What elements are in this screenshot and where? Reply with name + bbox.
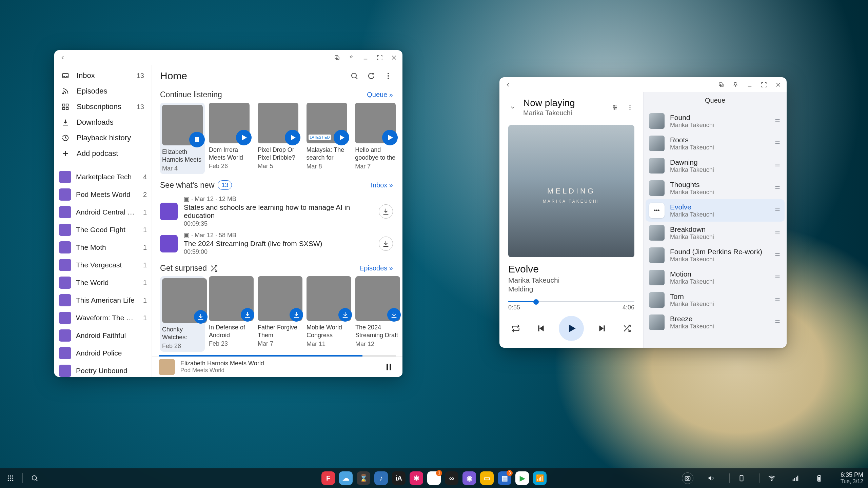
screenshot-icon[interactable]: [682, 472, 693, 484]
mini-pause-button[interactable]: [382, 360, 396, 374]
episode-card[interactable]: Elizabeth Harnois Meets World Mar 4: [160, 103, 205, 174]
pin-icon[interactable]: [731, 80, 740, 89]
shuffle-button[interactable]: [619, 321, 634, 336]
sidebar-subscription[interactable]: Marketplace Tech 4: [54, 168, 152, 186]
drag-handle-icon[interactable]: [774, 161, 781, 170]
refresh-icon[interactable]: [365, 70, 377, 82]
chevron-down-icon[interactable]: [508, 103, 517, 112]
sidebar-subscription[interactable]: This American Life 1: [54, 291, 152, 309]
clock[interactable]: 6:35 PM Tue, 3/12: [841, 471, 863, 485]
sidebar-item-history[interactable]: Playback history: [54, 130, 152, 146]
sidebar-item-subscriptions[interactable]: Subscriptions 13: [54, 99, 152, 115]
back-icon[interactable]: [58, 53, 67, 62]
dock-app[interactable]: ☁: [339, 471, 353, 485]
minimize-icon[interactable]: [745, 80, 754, 89]
play-button[interactable]: [334, 130, 349, 145]
download-button[interactable]: [379, 204, 393, 219]
system-tray[interactable]: 6:35 PM Tue, 3/12: [682, 471, 863, 485]
sidebar-subscription[interactable]: The Vergecast 1: [54, 256, 152, 274]
download-button[interactable]: [241, 308, 254, 322]
sidebar-subscription[interactable]: Poetry Unbound: [54, 362, 152, 377]
queue-item[interactable]: ••• Torn Marika Takeuchi: [646, 289, 785, 311]
prev-button[interactable]: [534, 321, 549, 336]
album-art[interactable]: MELDING: [508, 125, 634, 257]
episode-card[interactable]: Hello and goodbye to the MacBook Air Mar…: [355, 103, 400, 174]
dock-app[interactable]: ✱: [410, 471, 423, 485]
queue-item[interactable]: ••• Found Marika Takeuchi: [646, 110, 785, 132]
sidebar-subscription[interactable]: Pod Meets World 2: [54, 186, 152, 203]
dock-app[interactable]: ♪: [374, 471, 388, 485]
next-button[interactable]: [594, 321, 609, 336]
volume-icon[interactable]: [706, 472, 717, 484]
minimize-icon[interactable]: [361, 53, 370, 62]
episode-card[interactable]: In Defense of Android Feb 23: [209, 276, 254, 352]
queue-item[interactable]: ••• Evolve Marika Takeuchi: [646, 199, 785, 222]
episode-card[interactable]: LATEST ED Malaysia: The search for MH370…: [307, 103, 351, 174]
more-icon[interactable]: [626, 103, 634, 112]
download-button[interactable]: [290, 308, 303, 322]
mini-album-art[interactable]: [159, 359, 175, 375]
tablet-mode-icon[interactable]: [333, 53, 341, 62]
signal-icon[interactable]: [790, 472, 801, 484]
sidebar-subscription[interactable]: Waveform: The MKB… 1: [54, 309, 152, 327]
dock-app[interactable]: F: [321, 471, 335, 485]
queue-item[interactable]: ••• Motion Marika Takeuchi: [646, 266, 785, 289]
pause-button[interactable]: [189, 132, 205, 147]
dock-app[interactable]: ▶: [515, 471, 529, 485]
episodes-link[interactable]: Episodes »: [359, 264, 393, 272]
dock-app[interactable]: ▭: [480, 471, 494, 485]
maximize-icon[interactable]: [760, 80, 768, 89]
queue-item[interactable]: ••• Thoughts Marika Takeuchi: [646, 177, 785, 199]
sidebar-subscription[interactable]: The World 1: [54, 274, 152, 291]
drag-handle-icon[interactable]: [774, 139, 781, 148]
play-button[interactable]: [285, 130, 300, 145]
episode-card[interactable]: The 2024 Streaming Draft (l… Mar 12: [355, 276, 400, 352]
episode-card[interactable]: Dom Irrera Meets World Feb 26: [209, 103, 254, 174]
more-icon[interactable]: [382, 70, 394, 82]
new-episode-item[interactable]: ▣ · Mar 12 · 12 MB States and schools ar…: [160, 193, 400, 229]
equalizer-icon[interactable]: [611, 103, 619, 112]
queue-item[interactable]: ••• Breeze Marika Takeuchi: [646, 311, 785, 333]
mini-progress[interactable]: [159, 355, 396, 357]
new-episode-item[interactable]: ▣ · Mar 12 · 58 MB The 2024 Streaming Dr…: [160, 229, 400, 258]
queue-item[interactable]: ••• Roots Marika Takeuchi: [646, 132, 785, 155]
dock-app[interactable]: ◉: [462, 471, 476, 485]
close-icon[interactable]: [390, 53, 398, 62]
track-more-button[interactable]: •••: [649, 203, 665, 218]
queue-item[interactable]: ••• Dawning Marika Takeuchi: [646, 155, 785, 177]
search-icon[interactable]: [348, 70, 360, 82]
repeat-button[interactable]: [508, 321, 523, 336]
close-icon[interactable]: [774, 80, 783, 89]
download-button[interactable]: [387, 308, 401, 322]
play-button[interactable]: [559, 316, 584, 341]
sidebar-subscription[interactable]: The Moth 1: [54, 239, 152, 256]
dock-app[interactable]: ∞: [445, 471, 458, 485]
tablet-mode-icon[interactable]: [717, 80, 726, 89]
episode-card[interactable]: Chonky Watches: Inside Wear OS 4 … Feb 2…: [160, 276, 205, 352]
download-button[interactable]: [338, 308, 352, 322]
dock-app[interactable]: 📶: [533, 471, 547, 485]
progress-slider[interactable]: [508, 300, 634, 303]
sidebar-item-add[interactable]: Add podcast: [54, 146, 152, 161]
search-icon[interactable]: [29, 472, 40, 484]
drag-handle-icon[interactable]: [774, 117, 781, 125]
maximize-icon[interactable]: [375, 53, 384, 62]
drag-handle-icon[interactable]: [774, 251, 781, 260]
shuffle-icon[interactable]: [210, 264, 218, 273]
back-icon[interactable]: [504, 80, 512, 89]
drag-handle-icon[interactable]: [774, 206, 781, 215]
episode-card[interactable]: Father Forgive Them Mar 7: [258, 276, 302, 352]
battery-icon[interactable]: [813, 472, 825, 484]
drag-handle-icon[interactable]: [774, 318, 781, 327]
dock-app[interactable]: 1: [427, 471, 441, 485]
drag-handle-icon[interactable]: [774, 228, 781, 237]
dock-app[interactable]: iA: [392, 471, 406, 485]
sidebar-subscription[interactable]: Android Police: [54, 344, 152, 362]
sidebar-subscription[interactable]: Android Faithful: [54, 327, 152, 344]
dock-app[interactable]: ▤3: [498, 471, 511, 485]
episode-card[interactable]: Mobile World Congress FALLOUT Mar 11: [307, 276, 351, 352]
drag-handle-icon[interactable]: [774, 184, 781, 192]
download-button[interactable]: [379, 237, 393, 251]
drag-handle-icon[interactable]: [774, 273, 781, 282]
dock-app[interactable]: ⌛: [357, 471, 370, 485]
